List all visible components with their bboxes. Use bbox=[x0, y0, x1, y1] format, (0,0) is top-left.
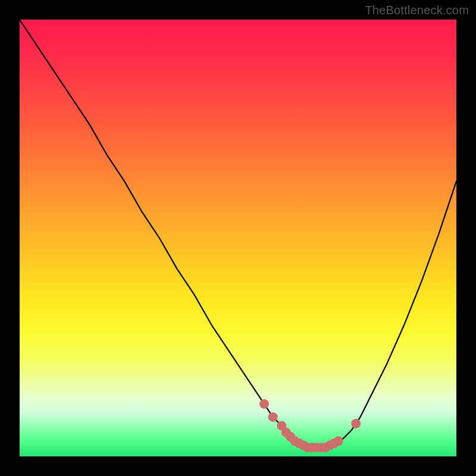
watermark-text: TheBottleneck.com bbox=[365, 4, 469, 17]
bottleneck-curve-path bbox=[20, 20, 456, 447]
plot-area bbox=[20, 20, 456, 456]
optimal-range-point bbox=[351, 419, 361, 428]
chart-frame: TheBottleneck.com bbox=[0, 0, 476, 476]
optimal-range-point bbox=[259, 399, 269, 409]
chart-svg bbox=[20, 20, 456, 456]
optimal-range-markers bbox=[259, 399, 361, 452]
optimal-range-point bbox=[334, 436, 343, 446]
optimal-range-point bbox=[268, 412, 278, 422]
